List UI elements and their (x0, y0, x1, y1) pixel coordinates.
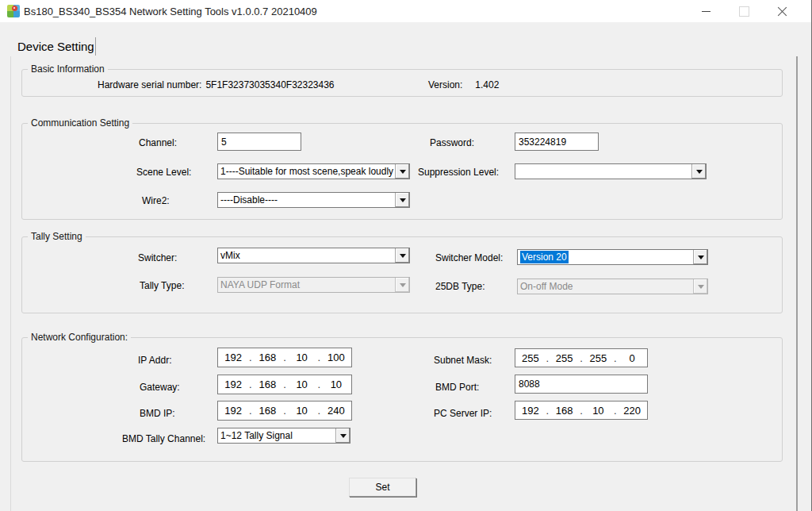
hardware-serial-value: 5F1F32373035340F32323436 (205, 79, 334, 90)
maximize-icon (739, 6, 749, 17)
group-tally-setting-legend: Tally Setting (28, 231, 86, 242)
bmd-tally-channel-select[interactable]: 1~12 Tally Signal (217, 428, 350, 444)
switcher-label: Switcher: (138, 252, 177, 263)
bmd-tally-channel-value: 1~12 Tally Signal (218, 428, 335, 443)
maximize-button[interactable] (726, 0, 762, 22)
bmd-tally-channel-label: BMD Tally Channel: (122, 433, 205, 444)
chevron-down-icon (400, 170, 406, 174)
switcher-value: vMix (218, 248, 395, 263)
bmd-port-input[interactable] (515, 375, 648, 394)
group-basic-information-legend: Basic Information (28, 63, 108, 75)
chevron-down-icon (400, 198, 406, 202)
wire2-select[interactable]: ----Disable---- (217, 192, 410, 208)
password-label: Password: (430, 137, 474, 148)
db25-type-dropdown-button (693, 279, 707, 294)
bmd-ip-input[interactable]: 192.168.10.240 (217, 401, 352, 421)
pc-server-ip-label: PC Server IP: (434, 408, 492, 419)
db25-type-value: On-off Mode (518, 279, 693, 294)
switcher-model-label: Switcher Model: (435, 252, 503, 263)
version-value: 1.402 (475, 79, 499, 90)
chevron-down-icon (698, 285, 704, 289)
suppression-level-value (515, 164, 691, 179)
minimize-icon (702, 11, 710, 12)
hardware-serial-row: Hardware serial number: 5F1F32373035340F… (98, 79, 335, 90)
subnet-mask-label: Subnet Mask: (434, 355, 492, 366)
window-title: Bs180_BS340_BS354 Network Setting Tools … (24, 6, 317, 17)
gateway-input[interactable]: 192.168.10.10 (217, 375, 352, 394)
bmd-port-label: BMD Port: (435, 382, 479, 393)
tally-type-select: NAYA UDP Format (217, 277, 410, 293)
gateway-label: Gateway: (140, 382, 180, 393)
set-button[interactable]: Set (349, 478, 416, 497)
subnet-mask-input[interactable]: 255.255.255.0 (515, 348, 648, 367)
bmd-tally-channel-dropdown-button[interactable] (335, 428, 350, 443)
switcher-model-dropdown-button[interactable] (693, 250, 707, 264)
chevron-down-icon (696, 170, 703, 174)
scene-level-dropdown-button[interactable] (395, 164, 409, 179)
wire2-value: ----Disable---- (218, 193, 395, 207)
ip-addr-label: IP Addr: (138, 355, 171, 366)
db25-type-label: 25DB Type: (435, 281, 485, 292)
scene-level-select[interactable]: 1----Suitable for most scene,speak loudl… (217, 163, 410, 179)
switcher-model-select[interactable]: Version 20 (517, 249, 708, 265)
title-bar: Bs180_BS340_BS354 Network Setting Tools … (0, 0, 811, 22)
wire2-dropdown-button[interactable] (395, 193, 409, 207)
close-button[interactable] (764, 0, 800, 22)
switcher-model-value: Version 20 (520, 251, 569, 263)
tally-type-value: NAYA UDP Format (218, 278, 395, 292)
version-row: Version: 1.402 (428, 79, 499, 90)
close-icon (777, 6, 787, 17)
suppression-level-select[interactable] (515, 163, 707, 179)
wire2-label: Wire2: (142, 195, 170, 206)
pc-server-ip-input[interactable]: 192.168.10.220 (515, 401, 648, 420)
app-window: Bs180_BS340_BS354 Network Setting Tools … (0, 0, 812, 511)
app-logo-icon (7, 5, 20, 17)
tally-type-dropdown-button (395, 278, 409, 292)
hardware-serial-label: Hardware serial number: (98, 79, 201, 90)
tab-page-left-border (10, 56, 11, 511)
ip-addr-input[interactable]: 192.168.10.100 (217, 348, 352, 367)
group-communication-setting-legend: Communication Setting (28, 117, 132, 129)
scene-level-value: 1----Suitable for most scene,speak loudl… (218, 164, 395, 179)
tab-page-right-border (796, 56, 798, 511)
suppression-level-dropdown-button[interactable] (691, 164, 706, 179)
chevron-down-icon (400, 283, 406, 287)
scene-level-label: Scene Level: (136, 167, 191, 178)
suppression-level-label: Suppression Level: (418, 167, 499, 178)
tally-type-label: Tally Type: (140, 280, 184, 291)
bmd-ip-label: BMD IP: (140, 408, 175, 419)
switcher-select[interactable]: vMix (217, 248, 410, 263)
set-button-label: Set (375, 482, 389, 493)
switcher-dropdown-button[interactable] (395, 248, 409, 263)
tab-device-setting[interactable]: Device Setting (11, 37, 96, 56)
tab-label: Device Setting (17, 40, 94, 53)
group-network-configuration-legend: Network Configuration: (28, 332, 131, 343)
chevron-down-icon (340, 434, 347, 438)
channel-input[interactable] (217, 133, 301, 151)
chevron-down-icon (400, 254, 406, 258)
password-input[interactable] (515, 133, 599, 151)
chevron-down-icon (698, 256, 704, 259)
channel-label: Channel: (139, 137, 177, 148)
version-label: Version: (428, 79, 462, 90)
db25-type-select: On-off Mode (517, 279, 708, 294)
minimize-button[interactable] (688, 0, 724, 22)
